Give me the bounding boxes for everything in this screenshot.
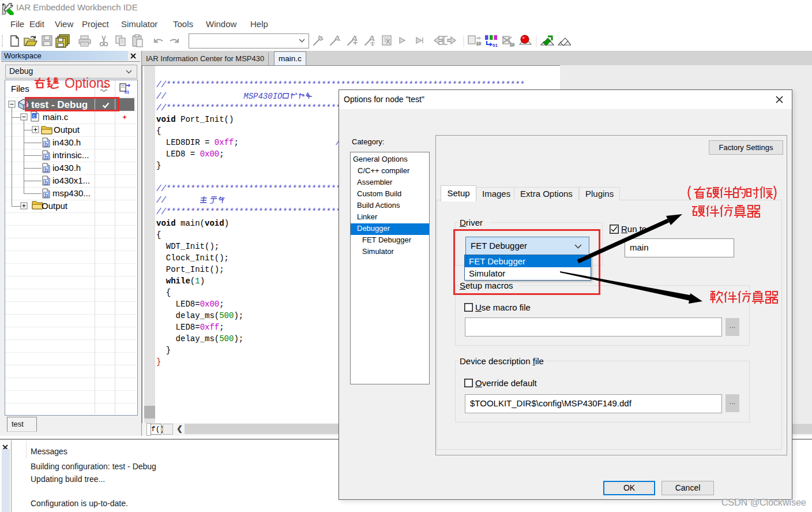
svg-text:h: h: [45, 154, 48, 160]
svg-text:h: h: [45, 167, 48, 173]
svg-text:10: 10: [510, 43, 514, 47]
svg-text:c: c: [33, 113, 36, 119]
svg-text:h: h: [45, 141, 48, 147]
svg-text:h: h: [45, 192, 48, 198]
svg-text:10: 10: [476, 42, 481, 46]
svg-text:01: 01: [493, 43, 498, 48]
svg-text:h: h: [45, 180, 48, 185]
